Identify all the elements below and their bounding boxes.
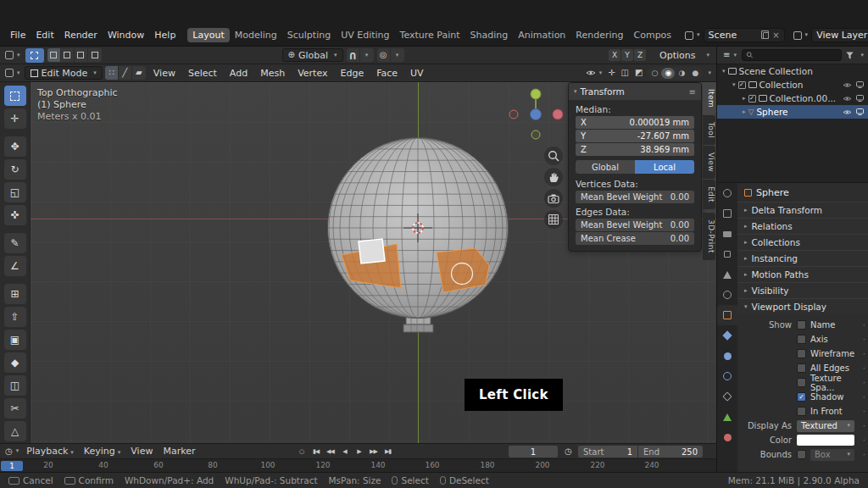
panel-menu-icon[interactable]: ≡ xyxy=(689,87,696,97)
workspace-tab-animation[interactable]: Animation xyxy=(513,28,570,42)
mirror-z-button[interactable]: Z xyxy=(634,49,646,61)
bounds-dropdown[interactable]: Box ▾ xyxy=(810,449,854,461)
global-button[interactable]: Global xyxy=(576,160,635,174)
select-set-mode-button[interactable] xyxy=(47,48,61,62)
tool-extrude[interactable]: ⇧ xyxy=(4,307,26,327)
sphere-mesh[interactable] xyxy=(316,136,520,350)
local-button[interactable]: Local xyxy=(635,160,694,174)
jump-to-end-button[interactable]: ▶▮ xyxy=(381,446,394,458)
menu-marker[interactable]: Marker xyxy=(159,446,199,457)
tool-rotate[interactable]: ↻ xyxy=(4,159,26,180)
workspace-tab-uv-editing[interactable]: UV Editing xyxy=(336,28,394,42)
display-as-dropdown[interactable]: Textured ▾ xyxy=(797,420,854,432)
animate-dot[interactable]: · xyxy=(863,349,865,358)
axis-checkbox[interactable] xyxy=(797,335,806,344)
outliner-editor-type-button[interactable]: ≡▾ xyxy=(721,50,738,60)
start-frame-field[interactable]: Start 1 xyxy=(578,446,637,458)
animate-dot[interactable]: · xyxy=(863,407,865,416)
play-reverse-button[interactable]: ◀ xyxy=(338,446,351,458)
tab-object-properties[interactable] xyxy=(717,305,737,325)
show-hide-dropdown[interactable]: ▾ xyxy=(584,69,604,77)
axis-z-positive[interactable] xyxy=(531,109,542,120)
expand-arrow-icon[interactable]: ▸ xyxy=(743,109,746,115)
vertex-bevel-weight-field[interactable]: Mean Bevel Weight 0.00 xyxy=(576,191,694,203)
menu-file[interactable]: File xyxy=(5,28,31,42)
3d-viewport[interactable]: Top Orthographic (1) Sphere Meters x 0.0… xyxy=(31,82,716,443)
xray-toggle[interactable]: ◩ xyxy=(633,68,644,78)
sidebar-tab-edit[interactable]: Edit xyxy=(703,180,715,209)
workspace-tab-rendering[interactable]: Rendering xyxy=(570,28,628,42)
mirror-x-button[interactable]: X xyxy=(609,49,620,61)
menu-keying[interactable]: Keying▾ xyxy=(80,446,125,457)
section-viewport-display[interactable]: ▾Viewport Display xyxy=(737,298,868,314)
active-tool-button[interactable] xyxy=(25,48,44,63)
rendered-shading-button[interactable]: ● xyxy=(688,68,702,79)
disable-render-icon[interactable] xyxy=(856,95,864,102)
tool-annotate[interactable]: ✎ xyxy=(4,233,26,253)
unlink-scene-icon[interactable]: × xyxy=(772,31,779,40)
tool-cursor[interactable]: ✛ xyxy=(4,108,26,129)
current-frame-indicator[interactable]: 1 xyxy=(1,461,23,471)
tool-measure[interactable]: ∠ xyxy=(4,256,26,276)
animate-dot[interactable]: · xyxy=(863,421,865,430)
axis-y-negative[interactable] xyxy=(531,130,540,139)
end-frame-field[interactable]: End 250 xyxy=(638,446,703,458)
scene-field[interactable]: Scene × xyxy=(704,28,785,42)
tool-transform[interactable]: ✜ xyxy=(4,205,26,225)
axis-x-positive[interactable] xyxy=(553,109,563,119)
tab-output-properties[interactable] xyxy=(717,224,737,244)
jump-to-start-button[interactable]: ▮◀ xyxy=(309,446,322,458)
disable-render-icon[interactable] xyxy=(856,81,864,88)
transform-panel-header[interactable]: ▾ Transform ≡ xyxy=(569,83,701,100)
tool-bevel[interactable]: ◆ xyxy=(4,352,26,373)
sidebar-tab-item[interactable]: Item xyxy=(703,82,715,114)
edge-bevel-weight-field[interactable]: Mean Bevel Weight 0.00 xyxy=(576,219,694,231)
menu-face[interactable]: Face xyxy=(371,66,403,80)
sidebar-tab-tool[interactable]: Tool xyxy=(703,115,715,145)
axis-y-positive[interactable] xyxy=(531,89,541,99)
tab-particle-properties[interactable] xyxy=(717,346,737,366)
select-extend-mode-button[interactable] xyxy=(61,48,75,62)
menu-view[interactable]: View xyxy=(148,66,181,80)
menu-mesh[interactable]: Mesh xyxy=(255,66,290,80)
collection-checkbox[interactable]: ✓ xyxy=(748,95,756,103)
workspace-tab-sculpting[interactable]: Sculpting xyxy=(282,28,336,42)
snap-settings-button[interactable]: ▾ xyxy=(360,48,374,62)
section-collections[interactable]: ▸Collections xyxy=(737,234,868,250)
hide-eye-icon[interactable] xyxy=(843,82,852,88)
texture-space-checkbox[interactable] xyxy=(797,378,806,387)
camera-view-button[interactable] xyxy=(544,189,563,208)
tab-modifier-properties[interactable] xyxy=(717,325,737,346)
workspace-tab-layout[interactable]: Layout xyxy=(187,28,229,42)
animate-dot[interactable]: · xyxy=(863,392,865,402)
tab-material-properties[interactable] xyxy=(717,427,737,447)
tool-move[interactable]: ✥ xyxy=(4,136,26,157)
snap-toggle-button[interactable]: U xyxy=(347,48,360,62)
new-scene-icon[interactable] xyxy=(763,32,769,39)
hide-eye-icon[interactable] xyxy=(843,96,852,102)
vertex-select-button[interactable]: ∷ xyxy=(105,66,119,80)
gizmos-toggle[interactable]: ✛ xyxy=(606,68,616,78)
axis-x-negative[interactable] xyxy=(509,110,518,119)
name-checkbox[interactable] xyxy=(797,320,806,330)
pan-button[interactable] xyxy=(544,168,563,186)
expand-arrow-icon[interactable]: ▸ xyxy=(743,96,746,102)
previous-keyframe-button[interactable]: ◀◀ xyxy=(324,446,337,458)
view-layer-browse-button[interactable]: ▾ xyxy=(792,30,810,41)
median-x-field[interactable]: X 0.000019 mm xyxy=(576,116,694,129)
material-shading-button[interactable]: ◑ xyxy=(675,68,688,79)
filter-icon[interactable] xyxy=(845,51,854,60)
menu-uv[interactable]: UV xyxy=(405,66,429,80)
animate-dot[interactable]: · xyxy=(863,363,865,373)
options-menu[interactable]: Options xyxy=(654,48,700,63)
workspace-tab-shading[interactable]: Shading xyxy=(465,28,514,42)
section-visibility[interactable]: ▸Visibility xyxy=(737,282,868,298)
face-select-button[interactable]: ▰ xyxy=(132,66,146,80)
current-frame-field[interactable]: 1 xyxy=(509,446,558,458)
overlays-toggle[interactable]: ◫ xyxy=(620,68,631,78)
bounds-checkbox[interactable] xyxy=(797,450,806,459)
shadow-checkbox[interactable]: ✓ xyxy=(797,392,806,402)
section-delta-transform[interactable]: ▸Delta Transform xyxy=(737,202,868,218)
all-edges-checkbox[interactable] xyxy=(797,363,806,373)
auto-keying-button[interactable]: ○ xyxy=(295,446,308,458)
